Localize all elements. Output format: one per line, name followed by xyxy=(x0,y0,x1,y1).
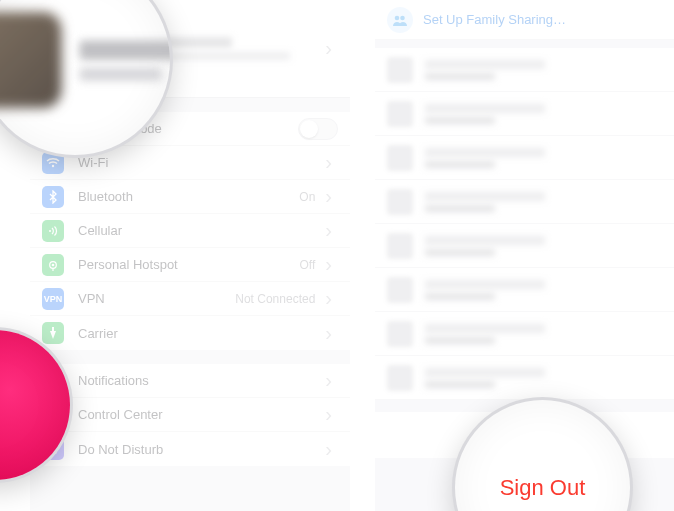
device-text xyxy=(425,364,545,392)
device-text xyxy=(425,232,545,260)
device-row[interactable] xyxy=(375,312,674,356)
chevron-right-icon: › xyxy=(319,438,338,461)
chevron-right-icon: › xyxy=(319,403,338,426)
settings-row-personal-hotspot[interactable]: Personal HotspotOff› xyxy=(30,248,350,282)
chevron-right-icon: › xyxy=(319,151,338,174)
settings-row-label: Cellular xyxy=(78,223,319,238)
device-text xyxy=(425,100,545,128)
settings-row-bluetooth[interactable]: BluetoothOn› xyxy=(30,180,350,214)
sign-out-label-magnified: Sign Out xyxy=(500,475,586,501)
device-thumbnail xyxy=(387,233,413,259)
settings-row-label: Personal Hotspot xyxy=(78,257,300,272)
svg-point-10 xyxy=(395,15,400,20)
avatar xyxy=(0,12,62,108)
device-text xyxy=(425,276,545,304)
hotspot-icon xyxy=(42,254,64,276)
settings-row-cellular[interactable]: Cellular› xyxy=(30,214,350,248)
device-text xyxy=(425,144,545,172)
bt-icon xyxy=(42,186,64,208)
device-list xyxy=(375,48,674,400)
cell-icon xyxy=(42,220,64,242)
chevron-right-icon: › xyxy=(319,219,338,242)
settings-row-value: Not Connected xyxy=(235,292,315,306)
device-thumbnail xyxy=(387,277,413,303)
settings-row-label: Control Center xyxy=(78,407,319,422)
family-sharing-row[interactable]: Set Up Family Sharing… xyxy=(375,0,674,40)
wifi-icon xyxy=(42,152,64,174)
device-text xyxy=(425,320,545,348)
device-thumbnail xyxy=(387,101,413,127)
device-thumbnail xyxy=(387,145,413,171)
device-row[interactable] xyxy=(375,268,674,312)
device-row[interactable] xyxy=(375,224,674,268)
settings-row-label: Wi-Fi xyxy=(78,155,319,170)
device-thumbnail xyxy=(387,57,413,83)
settings-row-notifications[interactable]: Notifications› xyxy=(30,364,350,398)
device-row[interactable] xyxy=(375,48,674,92)
settings-row-do-not-disturb[interactable]: Do Not Disturb› xyxy=(30,432,350,466)
chevron-right-icon: › xyxy=(319,185,338,208)
device-thumbnail xyxy=(387,321,413,347)
settings-row-label: Carrier xyxy=(78,326,319,341)
device-row[interactable] xyxy=(375,136,674,180)
family-sharing-label: Set Up Family Sharing… xyxy=(423,12,566,27)
chevron-right-icon: › xyxy=(319,322,338,345)
svg-point-1 xyxy=(49,230,51,232)
svg-point-2 xyxy=(52,263,55,266)
settings-row-value: Off xyxy=(300,258,316,272)
chevron-right-icon: › xyxy=(319,287,338,310)
settings-row-carrier[interactable]: Carrier› xyxy=(30,316,350,350)
device-text xyxy=(425,56,545,84)
settings-row-label: Bluetooth xyxy=(78,189,299,204)
device-text xyxy=(425,188,545,216)
settings-group-notifications: Notifications›Control Center›Do Not Dist… xyxy=(30,364,350,466)
settings-row-control-center[interactable]: Control Center› xyxy=(30,398,350,432)
carrier-icon xyxy=(42,322,64,344)
vpn-icon: VPN xyxy=(42,288,64,310)
device-thumbnail xyxy=(387,189,413,215)
settings-row-label: Notifications xyxy=(78,373,319,388)
svg-point-0 xyxy=(52,164,54,166)
settings-row-value: On xyxy=(299,190,315,204)
settings-row-label: Do Not Disturb xyxy=(78,442,319,457)
chevron-right-icon: › xyxy=(319,37,338,60)
svg-point-11 xyxy=(400,15,405,20)
chevron-right-icon: › xyxy=(319,253,338,276)
chevron-right-icon: › xyxy=(319,369,338,392)
device-row[interactable] xyxy=(375,180,674,224)
toggle-switch[interactable] xyxy=(298,118,338,140)
family-sharing-icon xyxy=(387,7,413,33)
device-row[interactable] xyxy=(375,92,674,136)
settings-row-label: VPN xyxy=(78,291,235,306)
device-thumbnail xyxy=(387,365,413,391)
settings-row-vpn[interactable]: VPNVPNNot Connected› xyxy=(30,282,350,316)
device-row[interactable] xyxy=(375,356,674,400)
